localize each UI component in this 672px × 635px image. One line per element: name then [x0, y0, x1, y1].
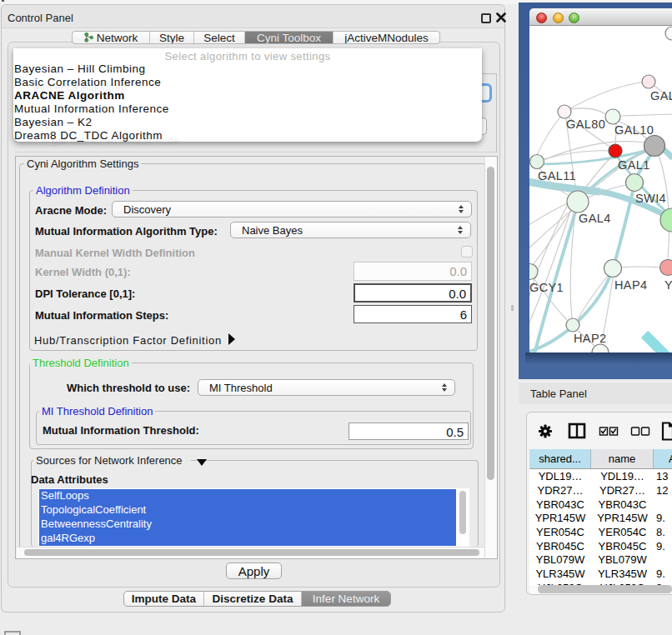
svg-text:SWI4: SWI4 [635, 192, 666, 205]
svg-text:GAL11: GAL11 [538, 169, 576, 182]
svg-text:GAL10: GAL10 [614, 123, 654, 137]
svg-text:GAL4: GAL4 [650, 89, 672, 102]
svg-text:HAP4: HAP4 [614, 278, 647, 292]
svg-text:GCY1: GCY1 [529, 281, 564, 294]
svg-text:GAL1: GAL1 [618, 158, 650, 172]
svg-text:HAP2: HAP2 [574, 332, 606, 345]
svg-text:GAL80: GAL80 [566, 118, 605, 131]
svg-text:Y: Y [664, 278, 672, 292]
svg-text:GAL4: GAL4 [579, 212, 611, 225]
